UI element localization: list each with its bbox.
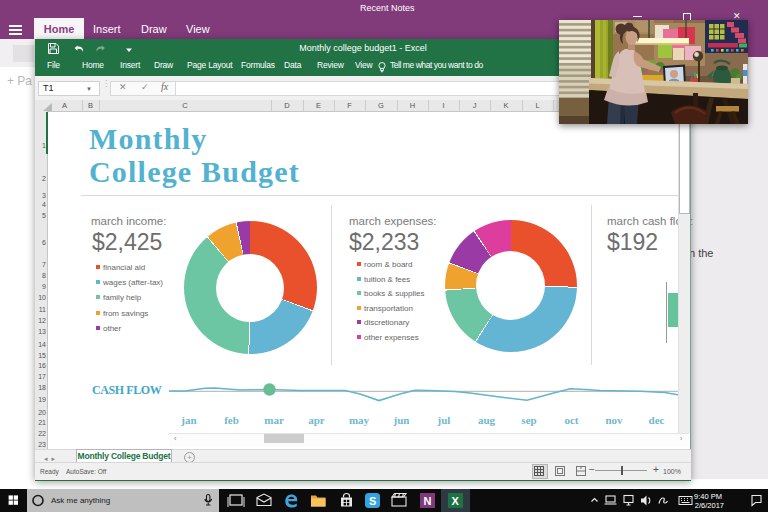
svg-text:S: S (369, 495, 376, 507)
svg-text:X: X (452, 495, 460, 507)
svg-text:2/6/2017: 2/6/2017 (695, 501, 724, 510)
svg-text:9:40 PM: 9:40 PM (694, 492, 722, 501)
svg-text:N: N (424, 495, 432, 507)
svg-text:Ask me anything: Ask me anything (51, 496, 110, 505)
